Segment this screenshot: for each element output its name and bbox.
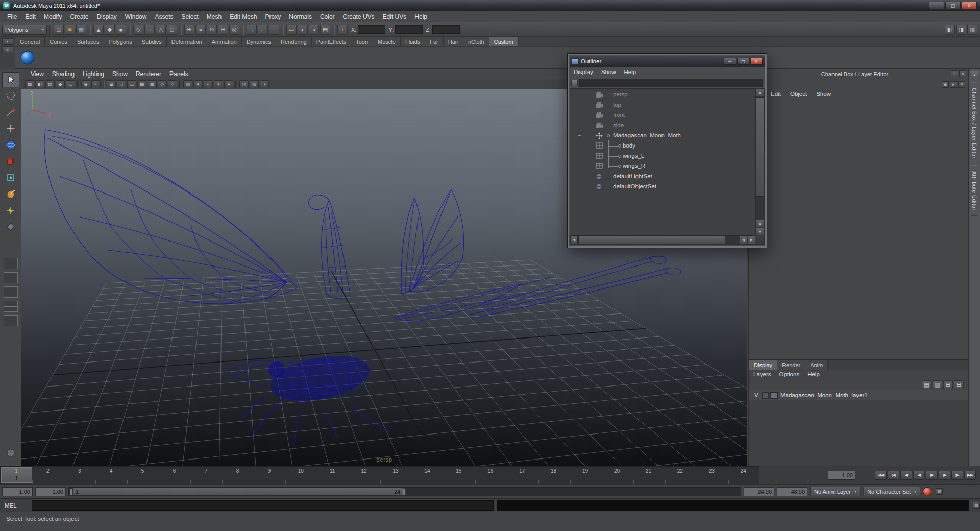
dock-tab-channel-box[interactable]: Channel Box / Layer Editor [971, 82, 977, 164]
gate-mask-icon[interactable]: ▩ [137, 80, 146, 88]
shaded-display-icon[interactable]: ● [193, 80, 203, 88]
construction-history-icon[interactable]: ≡ [269, 25, 279, 35]
outliner-titlebar[interactable]: Outliner ─ ▢ ✕ [570, 56, 765, 67]
range-slider[interactable]: 1 24 [68, 487, 741, 496]
menu-item[interactable]: Display [92, 11, 120, 22]
shelf-tab[interactable]: nCloth [463, 37, 489, 46]
command-line-input[interactable] [32, 500, 494, 511]
bookmarks-icon[interactable]: ◆ [56, 80, 65, 88]
shelf-tab[interactable]: Subdivs [137, 37, 167, 46]
shelf-tab[interactable]: General [15, 37, 45, 46]
select-hierarchy-icon[interactable]: ▲ [93, 25, 104, 35]
menu-item[interactable]: Edit UVs [379, 11, 411, 22]
outliner-item-default-object-set[interactable]: defaultObjectSet [570, 182, 755, 192]
outliner-item-moth[interactable]: − Madagascan_Moon_Moth [570, 131, 755, 141]
playback-end-field[interactable] [744, 487, 774, 496]
outliner-persp-layout-button[interactable] [4, 315, 18, 326]
mask-points-icon[interactable]: ◇ [133, 25, 143, 35]
input-connections-icon[interactable]: → [247, 25, 257, 35]
shelf-menu-icon[interactable]: ≡ [2, 46, 13, 53]
outliner-item-top[interactable]: top [570, 100, 755, 110]
film-gate-icon[interactable]: □ [117, 80, 126, 88]
shelf-tab[interactable]: Muscle [373, 37, 401, 46]
translate-tool[interactable] [2, 121, 19, 136]
layer-visibility-toggle[interactable]: V [752, 392, 761, 398]
lasso-select-tool[interactable] [2, 88, 19, 104]
isolate-select-icon[interactable]: ◎ [239, 80, 249, 88]
resolution-gate-icon[interactable]: ▭ [127, 80, 136, 88]
layer-playback-toggle[interactable] [762, 392, 769, 399]
outliner-item-default-light-set[interactable]: defaultLightSet [570, 172, 755, 182]
panel-menu-item[interactable]: Panels [165, 70, 192, 78]
close-panel-icon[interactable]: ✕ [959, 70, 966, 77]
tab-display[interactable]: Display [749, 360, 777, 370]
filter-icon[interactable] [571, 80, 578, 86]
shelf-tab-selector-icon[interactable]: ▾ [2, 38, 13, 45]
exposure-icon[interactable]: ◑ [260, 80, 269, 88]
viewport-layout-menu[interactable] [2, 445, 19, 461]
make-live-icon[interactable]: ◎ [229, 25, 239, 35]
go-to-end-button[interactable]: ▶▶| [964, 471, 976, 480]
time-slider[interactable]: 1 1 2 3 4 5 6 7 8 9 10 11 12 13 14 15 16… [0, 466, 760, 484]
step-forward-frame-button[interactable]: ▶| [951, 471, 963, 480]
grease-pencil-icon[interactable]: ≈ [91, 80, 101, 88]
paint-selection-tool[interactable] [2, 105, 19, 120]
layer-row[interactable]: V Madagascan_Moon_Moth_layer1 [749, 390, 968, 400]
two-pane-side-layout-button[interactable] [4, 286, 18, 298]
step-forward-key-button[interactable]: |▶ [939, 471, 950, 480]
four-pane-layout-button[interactable] [4, 272, 18, 283]
show-tool-settings-icon[interactable]: ◨ [956, 25, 966, 35]
outliner-item-wings-l[interactable]: wings_L [570, 151, 755, 161]
menu-item[interactable]: Window [121, 11, 151, 22]
select-camera-icon[interactable]: ▦ [25, 80, 34, 88]
play-forwards-button[interactable]: ▶ [926, 471, 938, 480]
panel-menu-item[interactable]: Renderer [132, 70, 165, 78]
textured-display-icon[interactable]: ◐ [204, 80, 213, 88]
grid-icon[interactable]: ⊞ [107, 80, 116, 88]
menu-set-dropdown[interactable]: Polygons ▾ [2, 25, 47, 35]
channel-speed-icon[interactable]: ▸ [950, 81, 957, 88]
channel-box-menu-item[interactable]: Object [786, 91, 812, 97]
maximize-icon[interactable]: ▢ [945, 2, 961, 9]
render-current-frame-icon[interactable]: ◐ [298, 25, 308, 35]
dock-collapse-icon[interactable]: ◂ [971, 71, 978, 78]
tab-anim[interactable]: Anim [805, 360, 828, 370]
outliner-item-wings-r[interactable]: wings_R [570, 161, 755, 172]
shelf-tab[interactable]: Polygons [104, 37, 137, 46]
outliner-item-persp[interactable]: persp [570, 90, 755, 100]
snap-plane-icon[interactable]: ⊟ [218, 25, 228, 35]
shelf-tab[interactable]: Rendering [276, 37, 312, 46]
lock-camera-icon[interactable]: ◧ [35, 80, 44, 88]
camera-attributes-icon[interactable]: ▤ [45, 80, 55, 88]
outliner-menu-item[interactable]: Display [570, 69, 597, 75]
field-chart-icon[interactable]: ▦ [148, 80, 157, 88]
dock-tab-attribute-editor[interactable]: Attribute Editor [971, 165, 977, 216]
range-end-handle[interactable] [403, 488, 406, 495]
shelf-tab-custom[interactable]: Custom [489, 37, 519, 46]
menu-item[interactable]: Modify [40, 11, 66, 22]
collapse-icon[interactable]: − [577, 133, 582, 138]
scroll-down-icon[interactable]: ▼ [756, 228, 764, 235]
shelf-tab[interactable]: Animation [207, 37, 242, 46]
scroll-right-icon[interactable]: ▶ [748, 236, 755, 244]
snap-point-icon[interactable]: ⊙ [207, 25, 217, 35]
mask-surfaces-icon[interactable]: △ [156, 25, 166, 35]
use-all-lights-icon[interactable]: ☀ [214, 80, 223, 88]
outliner-menu-item[interactable]: Show [597, 69, 620, 75]
select-tool[interactable] [2, 72, 19, 87]
go-to-start-button[interactable]: |◀◀ [875, 471, 887, 480]
show-channel-box-icon[interactable]: ▥ [967, 25, 977, 35]
panel-menu-item[interactable]: Shading [48, 70, 79, 78]
layer-color-swatch[interactable] [770, 392, 778, 399]
scale-tool[interactable] [2, 154, 19, 169]
script-editor-icon[interactable]: ▤ [973, 502, 980, 509]
animation-preferences-icon[interactable]: ▦ [936, 488, 943, 495]
menu-item[interactable]: Help [410, 11, 431, 22]
new-scene-icon[interactable]: □ [54, 25, 64, 35]
menu-item[interactable]: Assets [151, 11, 177, 22]
snap-grid-icon[interactable]: ⊞ [184, 25, 194, 35]
animation-end-field[interactable] [777, 487, 807, 496]
snap-curve-icon[interactable]: ≈ [195, 25, 206, 35]
playback-start-field[interactable] [2, 487, 33, 496]
close-icon[interactable]: ✕ [962, 2, 977, 9]
